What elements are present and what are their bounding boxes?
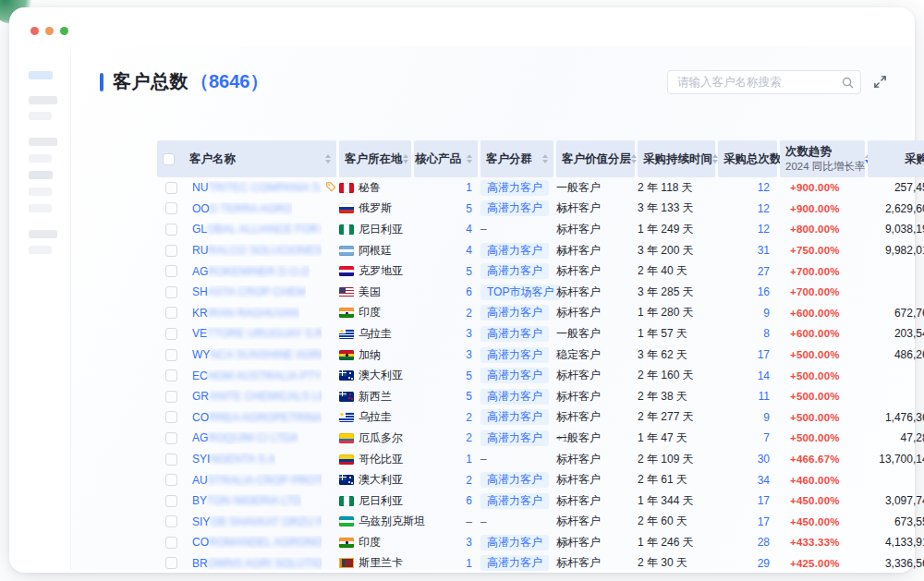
row-checkbox[interactable] bbox=[165, 515, 177, 527]
row-checkbox[interactable] bbox=[165, 557, 177, 569]
sidebar-skeleton-item[interactable] bbox=[29, 204, 52, 212]
segment-tag[interactable]: 高潜力客户 bbox=[480, 389, 549, 405]
core-products-cell[interactable]: 1 bbox=[414, 177, 478, 199]
customer-name-link[interactable]: RURALCO SOLUCIONES S.A bbox=[192, 244, 322, 257]
core-products-cell[interactable]: 5 bbox=[414, 260, 478, 282]
segment-tag[interactable]: 高潜力客户 bbox=[480, 472, 549, 488]
customer-name-link[interactable]: GLOBAL ALLIANCE FOR CHEMICA... bbox=[192, 223, 322, 236]
row-checkbox[interactable] bbox=[165, 265, 177, 277]
core-products-cell[interactable]: 3 bbox=[414, 532, 478, 553]
segment-tag[interactable]: 高潜力客户 bbox=[480, 263, 549, 279]
column-header-purchase_count[interactable]: 采购总次数 bbox=[718, 140, 777, 177]
core-products-cell[interactable]: 4 bbox=[414, 219, 478, 240]
sort-asc-caret[interactable] bbox=[631, 154, 637, 158]
segment-tag[interactable]: 高潜力客户 bbox=[480, 430, 549, 446]
sidebar-item-active[interactable] bbox=[29, 71, 53, 79]
column-header-amount[interactable]: 采购总额i bbox=[868, 140, 924, 177]
sort-desc-caret[interactable] bbox=[325, 160, 331, 163]
customer-name-link[interactable]: WYNCA SUNSHINE AGRO PRODU... bbox=[192, 348, 322, 361]
segment-tag[interactable]: 高潜力客户 bbox=[480, 326, 549, 342]
sidebar-skeleton-item[interactable] bbox=[29, 96, 57, 104]
sidebar-skeleton-item[interactable] bbox=[29, 171, 53, 179]
core-products-cell[interactable]: 6 bbox=[414, 490, 478, 512]
sidebar-skeleton-item[interactable] bbox=[29, 112, 52, 120]
sort-asc-caret[interactable] bbox=[403, 154, 408, 158]
row-checkbox[interactable] bbox=[165, 245, 177, 257]
segment-tag[interactable]: 高潜力客户 bbox=[480, 305, 549, 321]
select-all-checkbox[interactable] bbox=[163, 153, 175, 165]
row-checkbox[interactable] bbox=[165, 369, 177, 381]
expand-icon[interactable] bbox=[871, 73, 888, 90]
sort-desc-caret[interactable] bbox=[542, 160, 548, 163]
core-products-cell[interactable]: 5 bbox=[414, 199, 478, 220]
row-checkbox[interactable] bbox=[165, 474, 177, 486]
customer-name-link[interactable]: CORREA AGROPETRINA AL AGRI R... bbox=[192, 411, 322, 424]
segment-tag[interactable]: 高潜力客户 bbox=[480, 535, 549, 551]
customer-name-link[interactable]: COROMANDEL AGRONOVA PRIVATE ... bbox=[192, 536, 322, 549]
column-header-segment[interactable]: 客户分群 bbox=[480, 140, 553, 177]
core-products-cell[interactable]: 3 bbox=[414, 323, 478, 345]
sidebar-skeleton-item[interactable] bbox=[29, 188, 52, 196]
core-products-cell[interactable]: 2 bbox=[414, 303, 478, 324]
row-checkbox[interactable] bbox=[165, 286, 177, 298]
row-checkbox[interactable] bbox=[165, 537, 177, 549]
core-products-cell[interactable]: 2 bbox=[414, 407, 478, 429]
segment-tag[interactable]: 高潜力客户 bbox=[480, 368, 549, 383]
sort-icon[interactable] bbox=[467, 154, 472, 163]
row-checkbox[interactable] bbox=[165, 495, 177, 507]
customer-name-link[interactable]: KRIRAN RAGHUVAN bbox=[192, 307, 299, 320]
sort-desc-caret[interactable] bbox=[467, 160, 472, 163]
column-header-name[interactable]: 客户名称 bbox=[157, 140, 336, 177]
sort-asc-caret[interactable] bbox=[325, 154, 331, 158]
segment-tag[interactable]: TOP市场客户 bbox=[480, 284, 560, 300]
segment-tag[interactable]: 高潜力客户 bbox=[480, 555, 549, 571]
segment-tag[interactable]: 高潜力客户 bbox=[480, 243, 549, 259]
column-header-value_tier[interactable]: 客户价值分层 bbox=[556, 140, 635, 177]
sort-icon[interactable] bbox=[631, 154, 637, 163]
customer-name-link[interactable]: AUSTRALIA CROP PROTECTION P... bbox=[192, 474, 322, 487]
row-checkbox[interactable] bbox=[165, 411, 177, 423]
row-checkbox[interactable] bbox=[165, 182, 177, 194]
row-checkbox[interactable] bbox=[165, 328, 177, 340]
core-products-cell[interactable]: 1 bbox=[414, 553, 478, 575]
segment-tag[interactable]: 高潜力客户 bbox=[480, 493, 549, 509]
minimize-window-button[interactable] bbox=[45, 27, 54, 35]
customer-name-link[interactable]: VETTORE URUGUAY S.R.L bbox=[192, 327, 322, 340]
customer-name-link[interactable]: NUTRITEC COMPANIA S.A.C bbox=[192, 181, 321, 194]
row-checkbox[interactable] bbox=[165, 224, 177, 236]
core-products-cell[interactable]: 1 bbox=[414, 449, 478, 470]
segment-tag[interactable]: 高潜力客户 bbox=[480, 180, 549, 196]
customer-name-link[interactable]: AGROQUIM CI LTDA bbox=[192, 431, 298, 444]
customer-name-link[interactable]: SHASTA CROP CHEM bbox=[192, 285, 306, 298]
segment-tag[interactable]: 高潜力客户 bbox=[480, 347, 549, 363]
column-header-duration[interactable]: 采购持续时间 bbox=[638, 140, 715, 177]
core-products-cell[interactable]: 5 bbox=[414, 386, 478, 407]
core-products-cell[interactable]: 2 bbox=[414, 428, 478, 449]
customer-name-link[interactable]: ECHOM AUSTRALIA PTY LIMITED bbox=[192, 369, 322, 382]
row-checkbox[interactable] bbox=[165, 349, 177, 361]
customer-name-link[interactable]: GRANITE CHEMICALS LIMITED bbox=[192, 390, 322, 403]
search-icon[interactable] bbox=[842, 77, 854, 89]
column-header-location[interactable]: 客户所在地 bbox=[339, 140, 411, 177]
row-checkbox[interactable] bbox=[165, 307, 177, 319]
sidebar-skeleton-item[interactable] bbox=[29, 246, 52, 254]
customer-name-link[interactable]: OOD TERRA AGRO bbox=[192, 202, 292, 215]
row-checkbox[interactable] bbox=[165, 454, 177, 466]
sidebar-skeleton-item[interactable] bbox=[29, 138, 57, 146]
sort-desc-caret[interactable] bbox=[403, 160, 408, 163]
column-header-trend[interactable]: 次数趋势2024 同比增长率 bbox=[780, 140, 865, 177]
core-products-cell[interactable]: 5 bbox=[414, 365, 478, 386]
sidebar-skeleton-item[interactable] bbox=[29, 230, 57, 238]
search-input[interactable] bbox=[668, 71, 842, 93]
sort-icon[interactable] bbox=[542, 154, 548, 163]
close-window-button[interactable] bbox=[30, 27, 39, 35]
customer-name-link[interactable]: BROWNS AGRI SOLUTIONS PVT LTD bbox=[192, 557, 322, 570]
sort-icon[interactable] bbox=[403, 154, 408, 163]
sort-desc-caret[interactable] bbox=[631, 160, 637, 163]
sort-icon[interactable] bbox=[325, 154, 331, 163]
customer-name-link[interactable]: SYINGENTA S.A bbox=[192, 453, 275, 466]
column-header-core_products[interactable]: 核心产品 bbox=[414, 140, 478, 177]
segment-tag[interactable]: 高潜力客户 bbox=[480, 200, 549, 216]
customer-name-link[interactable]: BYTON NIGERIA LTD bbox=[192, 494, 301, 507]
row-checkbox[interactable] bbox=[165, 202, 177, 214]
